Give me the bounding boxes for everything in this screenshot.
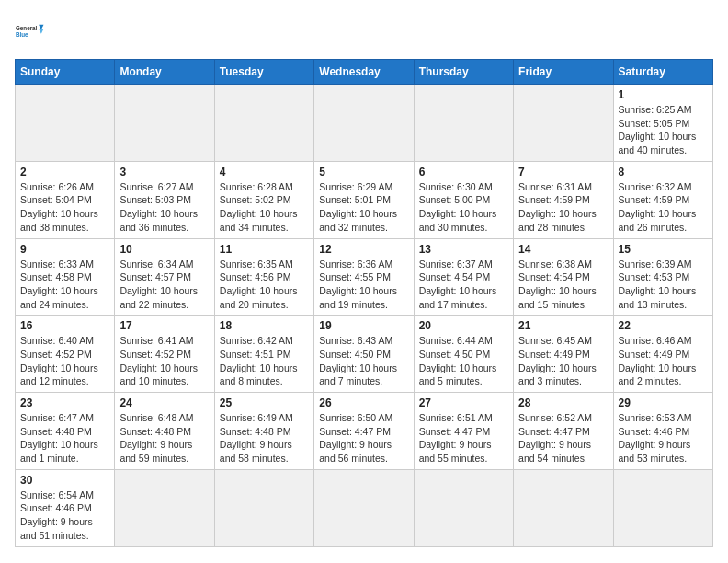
day-number: 18	[220, 319, 309, 332]
calendar-cell	[314, 85, 414, 162]
day-number: 17	[119, 319, 209, 332]
calendar-cell: 15Sunrise: 6:39 AM Sunset: 4:53 PM Dayli…	[613, 238, 712, 316]
day-number: 1	[619, 88, 708, 101]
weekday-header-saturday: Saturday	[613, 60, 712, 85]
day-info: Sunrise: 6:52 AM Sunset: 4:47 PM Dayligh…	[518, 411, 608, 465]
calendar-cell: 4Sunrise: 6:28 AM Sunset: 5:02 PM Daylig…	[214, 161, 313, 238]
weekday-header-sunday: Sunday	[16, 60, 115, 85]
day-number: 26	[319, 396, 408, 409]
calendar-cell: 5Sunrise: 6:29 AM Sunset: 5:01 PM Daylig…	[314, 161, 414, 238]
day-info: Sunrise: 6:45 AM Sunset: 4:49 PM Dayligh…	[518, 334, 608, 388]
day-number: 13	[419, 243, 508, 256]
svg-text:General: General	[16, 25, 38, 31]
calendar-cell: 1Sunrise: 6:25 AM Sunset: 5:05 PM Daylig…	[613, 85, 712, 162]
calendar-cell	[613, 469, 712, 546]
day-info: Sunrise: 6:41 AM Sunset: 4:52 PM Dayligh…	[119, 334, 209, 388]
day-info: Sunrise: 6:43 AM Sunset: 4:50 PM Dayligh…	[319, 334, 408, 388]
weekday-header-row: SundayMondayTuesdayWednesdayThursdayFrid…	[16, 60, 713, 85]
calendar-cell: 10Sunrise: 6:34 AM Sunset: 4:57 PM Dayli…	[115, 238, 214, 316]
calendar-week-row: 2Sunrise: 6:26 AM Sunset: 5:04 PM Daylig…	[16, 161, 713, 238]
day-number: 10	[119, 243, 209, 256]
day-number: 19	[319, 319, 408, 332]
day-number: 22	[619, 319, 708, 332]
calendar-cell: 23Sunrise: 6:47 AM Sunset: 4:48 PM Dayli…	[16, 393, 115, 470]
calendar-cell: 16Sunrise: 6:40 AM Sunset: 4:52 PM Dayli…	[16, 316, 115, 393]
calendar-cell: 18Sunrise: 6:42 AM Sunset: 4:51 PM Dayli…	[214, 316, 313, 393]
weekday-header-thursday: Thursday	[414, 60, 513, 85]
calendar-cell: 24Sunrise: 6:48 AM Sunset: 4:48 PM Dayli…	[115, 393, 214, 470]
day-number: 14	[518, 243, 608, 256]
day-info: Sunrise: 6:27 AM Sunset: 5:03 PM Dayligh…	[119, 180, 209, 235]
calendar-cell: 21Sunrise: 6:45 AM Sunset: 4:49 PM Dayli…	[514, 316, 613, 393]
calendar-cell: 28Sunrise: 6:52 AM Sunset: 4:47 PM Dayli…	[514, 393, 613, 470]
day-number: 9	[20, 243, 109, 256]
calendar-cell: 27Sunrise: 6:51 AM Sunset: 4:47 PM Dayli…	[414, 393, 513, 470]
day-info: Sunrise: 6:32 AM Sunset: 4:59 PM Dayligh…	[619, 180, 708, 235]
svg-text:Blue: Blue	[16, 31, 28, 38]
day-number: 11	[220, 243, 309, 256]
logo-icon: GeneralBlue	[15, 15, 48, 48]
day-number: 27	[419, 396, 508, 409]
weekday-header-wednesday: Wednesday	[314, 60, 414, 85]
calendar-cell	[514, 85, 613, 162]
calendar-cell	[115, 469, 214, 546]
calendar-cell	[115, 85, 214, 162]
calendar-cell: 3Sunrise: 6:27 AM Sunset: 5:03 PM Daylig…	[115, 161, 214, 238]
day-info: Sunrise: 6:51 AM Sunset: 4:47 PM Dayligh…	[419, 411, 508, 465]
calendar-cell	[414, 85, 513, 162]
day-info: Sunrise: 6:53 AM Sunset: 4:46 PM Dayligh…	[619, 411, 708, 465]
day-info: Sunrise: 6:37 AM Sunset: 4:54 PM Dayligh…	[419, 258, 508, 312]
page-header: GeneralBlue	[15, 15, 713, 48]
calendar-cell: 20Sunrise: 6:44 AM Sunset: 4:50 PM Dayli…	[414, 316, 513, 393]
calendar-week-row: 16Sunrise: 6:40 AM Sunset: 4:52 PM Dayli…	[16, 316, 713, 393]
calendar-cell: 17Sunrise: 6:41 AM Sunset: 4:52 PM Dayli…	[115, 316, 214, 393]
calendar-cell: 9Sunrise: 6:33 AM Sunset: 4:58 PM Daylig…	[16, 238, 115, 316]
day-info: Sunrise: 6:34 AM Sunset: 4:57 PM Dayligh…	[119, 258, 209, 312]
calendar-cell	[514, 469, 613, 546]
calendar-cell: 12Sunrise: 6:36 AM Sunset: 4:55 PM Dayli…	[314, 238, 414, 316]
day-info: Sunrise: 6:48 AM Sunset: 4:48 PM Dayligh…	[119, 411, 209, 465]
calendar-week-row: 30Sunrise: 6:54 AM Sunset: 4:46 PM Dayli…	[16, 469, 713, 546]
day-info: Sunrise: 6:26 AM Sunset: 5:04 PM Dayligh…	[20, 180, 109, 235]
day-number: 25	[220, 396, 309, 409]
day-info: Sunrise: 6:30 AM Sunset: 5:00 PM Dayligh…	[419, 180, 508, 235]
day-info: Sunrise: 6:35 AM Sunset: 4:56 PM Dayligh…	[220, 258, 309, 312]
day-number: 6	[419, 166, 508, 178]
day-info: Sunrise: 6:46 AM Sunset: 4:49 PM Dayligh…	[619, 334, 708, 388]
calendar-week-row: 9Sunrise: 6:33 AM Sunset: 4:58 PM Daylig…	[16, 238, 713, 316]
logo: GeneralBlue	[15, 15, 48, 48]
day-number: 3	[119, 166, 209, 178]
day-number: 16	[20, 319, 109, 332]
day-info: Sunrise: 6:40 AM Sunset: 4:52 PM Dayligh…	[20, 334, 109, 388]
day-info: Sunrise: 6:42 AM Sunset: 4:51 PM Dayligh…	[220, 334, 309, 388]
calendar-cell: 7Sunrise: 6:31 AM Sunset: 4:59 PM Daylig…	[514, 161, 613, 238]
day-info: Sunrise: 6:36 AM Sunset: 4:55 PM Dayligh…	[319, 258, 408, 312]
day-number: 5	[319, 166, 408, 178]
svg-marker-3	[39, 29, 43, 33]
day-info: Sunrise: 6:49 AM Sunset: 4:48 PM Dayligh…	[220, 411, 309, 465]
day-number: 2	[20, 166, 109, 178]
day-number: 21	[518, 319, 608, 332]
calendar-cell: 22Sunrise: 6:46 AM Sunset: 4:49 PM Dayli…	[613, 316, 712, 393]
calendar-cell: 19Sunrise: 6:43 AM Sunset: 4:50 PM Dayli…	[314, 316, 414, 393]
calendar-cell: 25Sunrise: 6:49 AM Sunset: 4:48 PM Dayli…	[214, 393, 313, 470]
calendar-table: SundayMondayTuesdayWednesdayThursdayFrid…	[15, 59, 713, 547]
day-number: 4	[220, 166, 309, 178]
day-info: Sunrise: 6:54 AM Sunset: 4:46 PM Dayligh…	[20, 488, 109, 543]
day-number: 8	[619, 166, 708, 178]
day-info: Sunrise: 6:50 AM Sunset: 4:47 PM Dayligh…	[319, 411, 408, 465]
day-info: Sunrise: 6:39 AM Sunset: 4:53 PM Dayligh…	[619, 258, 708, 312]
calendar-cell: 14Sunrise: 6:38 AM Sunset: 4:54 PM Dayli…	[514, 238, 613, 316]
day-number: 23	[20, 396, 109, 409]
calendar-week-row: 23Sunrise: 6:47 AM Sunset: 4:48 PM Dayli…	[16, 393, 713, 470]
calendar-cell: 26Sunrise: 6:50 AM Sunset: 4:47 PM Dayli…	[314, 393, 414, 470]
calendar-cell: 11Sunrise: 6:35 AM Sunset: 4:56 PM Dayli…	[214, 238, 313, 316]
weekday-header-tuesday: Tuesday	[214, 60, 313, 85]
calendar-cell: 30Sunrise: 6:54 AM Sunset: 4:46 PM Dayli…	[16, 469, 115, 546]
calendar-week-row: 1Sunrise: 6:25 AM Sunset: 5:05 PM Daylig…	[16, 85, 713, 162]
day-info: Sunrise: 6:47 AM Sunset: 4:48 PM Dayligh…	[20, 411, 109, 465]
day-number: 30	[20, 474, 109, 487]
calendar-cell	[314, 469, 414, 546]
day-number: 29	[619, 396, 708, 409]
day-number: 28	[518, 396, 608, 409]
